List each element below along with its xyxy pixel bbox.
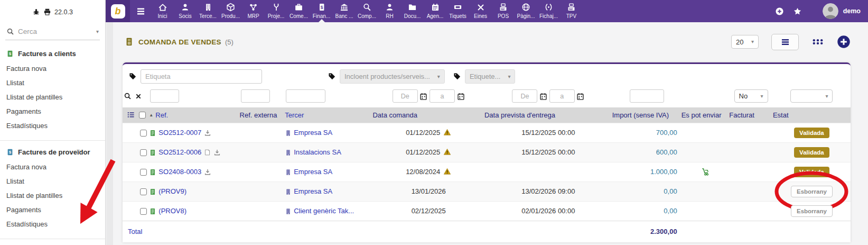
bug-icon[interactable] (32, 8, 40, 16)
sidebar-item[interactable]: Pagaments (0, 104, 105, 119)
sidebar-section-title[interactable]: $ Factures a clients (0, 46, 105, 61)
menu-item[interactable]: Socis (174, 0, 197, 22)
thirdparty-link[interactable]: Empresa SA (294, 129, 332, 137)
menu-item[interactable]: Agen... (424, 0, 446, 22)
menu-item[interactable]: RH (378, 0, 401, 22)
ref-filter-input[interactable] (150, 89, 179, 103)
etiquete-filter-select[interactable]: Etiquete...▾ (465, 69, 516, 84)
row-checkbox[interactable] (140, 208, 147, 215)
order-ref-link[interactable]: (PROV9) (158, 188, 186, 196)
order-ref-link[interactable]: (PROV8) (158, 207, 186, 215)
menu-item[interactable]: Tiquets (446, 0, 469, 22)
import-filter-input[interactable] (630, 89, 664, 103)
menu-item[interactable]: Inici (151, 0, 174, 22)
menu-item[interactable]: Eines (469, 0, 492, 22)
calendar-icon[interactable] (576, 93, 584, 101)
calendar-icon[interactable] (539, 93, 547, 101)
sidebar-item[interactable]: Pagaments (0, 203, 105, 217)
clear-filters-icon[interactable] (135, 93, 142, 99)
col-import[interactable]: Import (sense IVA) (612, 111, 669, 119)
download-icon[interactable] (204, 168, 211, 176)
order-ref-link[interactable]: SO2408-0003 (158, 168, 201, 176)
facturat-filter-select[interactable]: No▾ (734, 89, 768, 103)
quick-add-icon[interactable] (775, 7, 784, 16)
thirdparty-link[interactable]: Empresa SA (294, 188, 332, 196)
app-logo[interactable]: b (106, 0, 130, 22)
thirdparty-link[interactable]: Empresa SA (294, 168, 332, 176)
data-prevista-from-input[interactable] (512, 89, 537, 103)
sidebar-item[interactable]: Factura nova (0, 61, 105, 76)
status-badge: Esborrany (791, 186, 833, 197)
chevron-down-icon[interactable]: ▾ (96, 29, 99, 34)
select-all-checkbox[interactable] (139, 112, 146, 119)
order-ref-link[interactable]: SO2512-0006 (158, 149, 201, 157)
products-filter-select[interactable]: Incloent productes/serveis...▾ (340, 69, 445, 84)
note-icon[interactable] (204, 149, 211, 156)
row-checkbox[interactable] (140, 169, 147, 176)
col-data-comanda[interactable]: Data comanda (372, 111, 417, 119)
col-ref[interactable]: Ref. (155, 111, 168, 119)
sidebar-item[interactable]: Factura nova (0, 160, 105, 174)
tercer-filter-input[interactable] (286, 89, 325, 103)
sidebar-section-title[interactable]: $ Factures de proveïdor (0, 144, 105, 160)
status-badge: Validada (794, 147, 829, 158)
menu-item[interactable]: Produ... (219, 0, 242, 22)
sidebar-section-title[interactable]: Comandes facturables (0, 242, 105, 245)
col-es-pot-enviar[interactable]: Es pot enviar (682, 111, 722, 119)
data-comanda-to-input[interactable] (430, 89, 455, 103)
sidebar-item[interactable]: Estadístiques (0, 217, 105, 231)
column-selector-icon[interactable] (127, 111, 135, 119)
bookmark-star-icon[interactable] (793, 7, 802, 16)
page-size-select[interactable]: 20▾ (731, 35, 759, 49)
new-order-button[interactable] (837, 35, 851, 49)
col-facturat[interactable]: Facturat (729, 111, 754, 119)
data-comanda-from-input[interactable] (393, 89, 418, 103)
sidebar-item[interactable]: Llistat de plantilles (0, 90, 105, 104)
sidebar-search-input[interactable]: Cerca ▾ (5, 24, 100, 40)
sidebar-item[interactable]: Llistat (0, 76, 105, 90)
col-tercer[interactable]: Tercer (285, 111, 304, 119)
thirdparty-link[interactable]: Client genèric Tak... (294, 207, 354, 215)
calendar-icon[interactable] (419, 93, 427, 101)
menu-item[interactable]: $ Finan... (310, 0, 333, 22)
user-name[interactable]: demo (843, 7, 861, 15)
sidebar-item[interactable]: Estadístiques (0, 119, 105, 133)
import-amount: 0,00 (612, 182, 682, 201)
menu-item[interactable]: POS (492, 0, 515, 22)
col-data-prevista[interactable]: Data prevista d'entrega (484, 111, 555, 119)
menu-item[interactable]: TPV (560, 0, 583, 22)
download-icon[interactable] (213, 149, 221, 156)
col-ref-externa[interactable]: Ref. externa (240, 111, 277, 119)
col-estat[interactable]: Estat (773, 111, 789, 119)
avatar[interactable] (823, 3, 838, 19)
order-ref-link[interactable]: SO2512-0007 (158, 129, 201, 137)
menu-item[interactable]: Fichaj... (537, 0, 560, 22)
menu-item[interactable]: Come... (287, 0, 310, 22)
printer-icon[interactable] (43, 8, 51, 16)
menu-item[interactable]: Terce... (197, 0, 219, 22)
ref-externa-filter-input[interactable] (241, 89, 270, 103)
estat-filter-select[interactable]: ▾ (790, 89, 833, 103)
menu-item[interactable]: Docu... (401, 0, 424, 22)
apply-filters-icon[interactable] (124, 92, 132, 100)
row-checkbox[interactable] (140, 188, 147, 195)
menu-toggle-icon[interactable] (130, 0, 151, 22)
thirdparty-link[interactable]: Instalacions SA (294, 149, 341, 157)
menu-item[interactable]: MRP (242, 0, 265, 22)
kanban-view-icon[interactable] (811, 37, 824, 47)
calendar-icon[interactable] (457, 93, 465, 101)
download-icon[interactable] (204, 129, 211, 137)
etiqueta-filter-input[interactable] (141, 69, 262, 84)
list-view-button[interactable] (771, 34, 799, 50)
data-prevista-to-input[interactable] (549, 89, 575, 103)
row-checkbox[interactable] (140, 149, 147, 156)
sidebar-item[interactable]: Llistat de plantilles (0, 188, 105, 203)
menu-item[interactable]: Comp... (356, 0, 378, 22)
sidebar-item[interactable]: Llistat (0, 174, 105, 188)
row-checkbox[interactable] (140, 130, 147, 137)
thirdparty-icon (285, 207, 292, 215)
ticket-icon (453, 2, 462, 12)
menu-item[interactable]: Pàgin... (515, 0, 537, 22)
menu-item[interactable]: Banc ... (333, 0, 356, 22)
menu-item[interactable]: Proje... (265, 0, 287, 22)
